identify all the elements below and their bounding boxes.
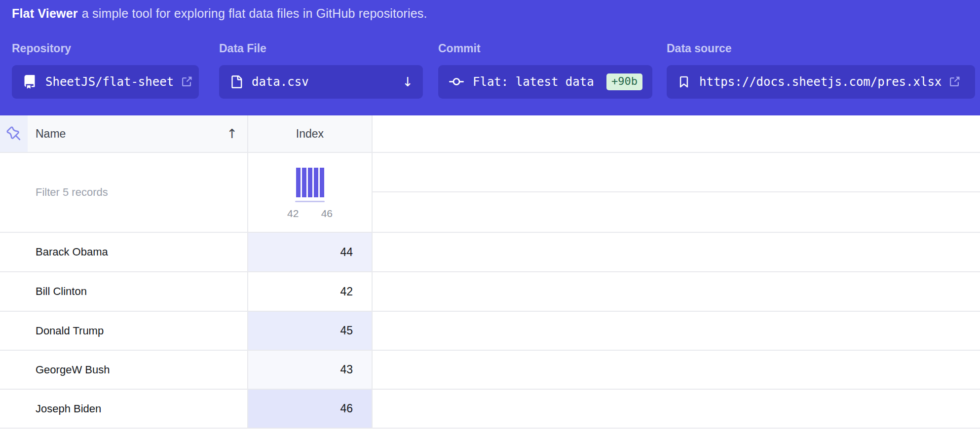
table-row: Barack Obama 44 xyxy=(0,233,980,272)
histogram-range-underline xyxy=(295,201,325,202)
name-cell: Donald Trump xyxy=(0,312,248,350)
commit-additions-badge: +90b xyxy=(606,73,642,90)
row-filler xyxy=(373,312,980,350)
table-row: GeorgeW Bush 43 xyxy=(0,351,980,390)
pin-column-cell[interactable] xyxy=(0,115,28,152)
control-commit: Commit Flat: latest data +90b xyxy=(438,41,652,99)
name-cell: Barack Obama xyxy=(0,233,248,271)
data-source-label: Data source xyxy=(667,41,975,55)
index-cell: 44 xyxy=(248,233,373,271)
control-repository: Repository SheetJS/flat-sheet xyxy=(12,41,199,99)
sort-ascending-icon: ↑ xyxy=(226,126,237,141)
index-column-label: Index xyxy=(296,127,324,141)
index-filter-cell[interactable]: 42 46 xyxy=(248,153,373,232)
filter-input[interactable] xyxy=(36,186,223,199)
histogram-bar[interactable] xyxy=(320,168,324,197)
data-file-label: Data File xyxy=(219,41,423,55)
data-source-value: https://docs.sheetjs.com/pres.xlsx xyxy=(699,75,942,89)
row-filler xyxy=(373,390,980,428)
commit-label: Commit xyxy=(438,41,652,55)
data-file-selector[interactable]: data.csv ↓ xyxy=(219,65,423,99)
data-table: Name ↑ Index xyxy=(0,115,980,429)
index-histogram: 42 46 xyxy=(287,153,333,232)
table-header-row: Name ↑ Index xyxy=(0,115,980,153)
column-header-name[interactable]: Name ↑ xyxy=(28,115,248,152)
commit-message: Flat: latest data xyxy=(473,75,594,89)
column-header-index[interactable]: Index xyxy=(248,115,373,152)
repository-label: Repository xyxy=(12,41,199,55)
row-filler xyxy=(373,233,980,271)
histogram-bar[interactable] xyxy=(302,168,306,197)
name-cell: Bill Clinton xyxy=(0,272,248,311)
repository-value: SheetJS/flat-sheet xyxy=(45,75,174,89)
table-row: Bill Clinton 42 xyxy=(0,272,980,312)
index-cell: 45 xyxy=(248,312,373,350)
grid-line xyxy=(373,191,980,192)
filter-row: 42 46 xyxy=(0,153,980,233)
external-link-icon xyxy=(181,76,192,88)
pin-icon xyxy=(6,126,21,141)
name-column-label: Name xyxy=(36,127,66,141)
histogram-bar[interactable] xyxy=(296,168,301,197)
app-subtitle: a simple tool for exploring flat data fi… xyxy=(82,6,427,20)
repository-button[interactable]: SheetJS/flat-sheet xyxy=(12,65,199,99)
download-arrow-icon[interactable]: ↓ xyxy=(402,74,413,89)
table-row: Joseph Biden 46 xyxy=(0,390,980,429)
control-data-source: Data source https://docs.sheetjs.com/pre… xyxy=(667,41,975,99)
commit-selector[interactable]: Flat: latest data +90b xyxy=(438,65,652,99)
header-filler xyxy=(373,115,980,152)
histogram-max-label: 46 xyxy=(321,208,333,219)
app-title: Flat Viewer xyxy=(12,6,78,20)
control-data-file: Data File data.csv ↓ xyxy=(219,41,423,99)
table-row: Donald Trump 45 xyxy=(0,312,980,351)
name-filter-cell xyxy=(0,153,248,232)
app-title-row: Flat Viewera simple tool for exploring f… xyxy=(12,6,427,21)
row-filler xyxy=(373,351,980,389)
topbar: Flat Viewera simple tool for exploring f… xyxy=(0,0,980,115)
name-cell: Joseph Biden xyxy=(0,390,248,428)
histogram-bar[interactable] xyxy=(314,168,318,197)
filter-filler xyxy=(373,153,980,232)
repo-icon xyxy=(23,75,37,89)
bookmark-icon xyxy=(678,75,690,88)
index-cell: 43 xyxy=(248,351,373,389)
name-cell: GeorgeW Bush xyxy=(0,351,248,389)
git-commit-icon xyxy=(449,74,464,89)
data-source-link[interactable]: https://docs.sheetjs.com/pres.xlsx xyxy=(667,65,975,99)
flat-viewer-app: Flat Viewera simple tool for exploring f… xyxy=(0,0,980,438)
external-link-icon xyxy=(948,76,960,88)
data-file-value: data.csv xyxy=(252,75,309,89)
histogram-bar[interactable] xyxy=(308,168,312,197)
file-icon xyxy=(230,75,243,88)
index-cell: 42 xyxy=(248,272,373,311)
histogram-min-label: 42 xyxy=(287,208,299,219)
index-cell: 46 xyxy=(248,390,373,428)
row-filler xyxy=(373,272,980,311)
histogram-axis-labels: 42 46 xyxy=(287,208,333,219)
histogram-bars xyxy=(296,168,324,197)
